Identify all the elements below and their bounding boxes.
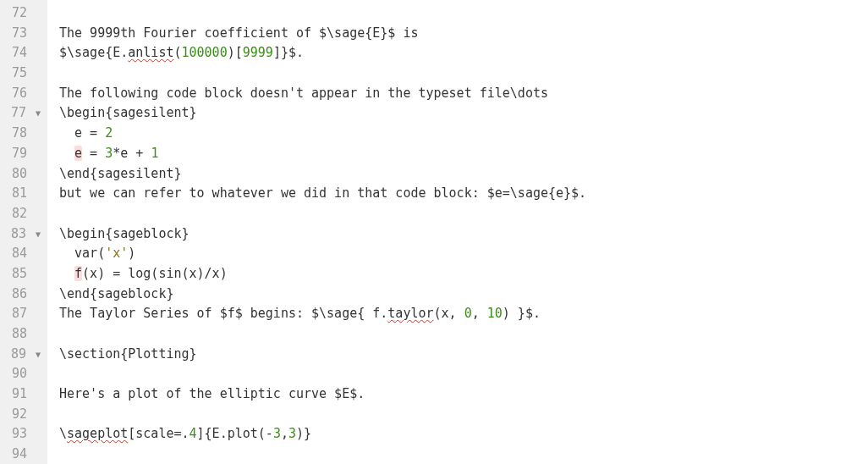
code-line[interactable]: \section{Plotting} — [59, 345, 868, 365]
line-number: 91 — [5, 384, 42, 405]
code-line[interactable]: $\sage{E.anlist(100000)[9999]}$. — [59, 43, 868, 64]
code-line[interactable]: \begin{sagesilent} — [59, 103, 868, 124]
code-line[interactable]: The Taylor Series of $f$ begins: $\sage{… — [59, 304, 868, 324]
code-token: var( — [59, 246, 105, 261]
line-number: 81 — [5, 184, 42, 204]
code-line[interactable]: \end{sagesilent} — [59, 164, 868, 185]
code-token: The following code block doesn't appear … — [59, 86, 548, 101]
line-number: 84 — [5, 244, 42, 264]
code-line[interactable] — [59, 204, 868, 224]
code-token: 'x' — [105, 246, 128, 261]
code-token: 2 — [105, 125, 113, 141]
code-token: Here's a plot of the elliptic curve $E$. — [59, 386, 365, 401]
code-line[interactable] — [59, 324, 868, 345]
line-number: 94 — [5, 445, 42, 464]
line-number: 86 — [5, 284, 42, 305]
code-token: \section{Plotting} — [59, 346, 197, 362]
fold-marker-icon[interactable]: ▼ — [34, 345, 42, 365]
code-line[interactable]: \begin{sageblock} — [59, 224, 868, 245]
code-token: 1 — [151, 146, 158, 161]
fold-marker-icon[interactable]: ▼ — [34, 103, 42, 124]
code-line[interactable] — [59, 64, 868, 84]
code-token: 3 — [273, 426, 281, 441]
code-token: The Taylor Series of $f$ begins: $\sage{… — [59, 306, 387, 321]
line-number: 73 — [5, 24, 42, 44]
code-token: 9999 — [243, 45, 273, 60]
line-number: 76 — [5, 84, 42, 104]
code-token: taylor — [387, 306, 433, 321]
code-token: sageplot — [67, 426, 128, 441]
code-token: ) }$. — [503, 306, 541, 321]
code-token: 10 — [487, 306, 503, 321]
code-line[interactable]: f(x) = log(sin(x)/x) — [59, 264, 868, 284]
code-token: e — [74, 146, 82, 161]
line-number-gutter: 72 73 74 75 76 77 ▼78 79 80 81 82 83 ▼84… — [0, 0, 47, 464]
code-line[interactable] — [59, 445, 868, 464]
line-number: 75 — [5, 64, 42, 84]
code-editor-area[interactable]: The 9999th Fourier coefficient of $\sage… — [47, 0, 868, 464]
line-number: 92 — [5, 405, 42, 425]
code-line[interactable]: but we can refer to whatever we did in t… — [59, 184, 868, 204]
code-token: 100000 — [182, 45, 228, 60]
fold-marker-icon[interactable]: ▼ — [34, 224, 42, 245]
code-line[interactable] — [59, 405, 868, 425]
code-token: The 9999th Fourier coefficient of $\sage… — [59, 25, 418, 41]
code-token: (x, — [434, 306, 464, 321]
line-number: 82 — [5, 204, 42, 224]
line-number: 85 — [5, 264, 42, 284]
code-token: \begin{sagesilent} — [59, 105, 197, 120]
line-number: 74 — [5, 43, 42, 64]
line-number: 72 — [5, 3, 42, 24]
line-number: 88 — [5, 324, 42, 345]
code-line[interactable] — [59, 3, 868, 24]
code-token: = — [82, 146, 105, 161]
code-line[interactable]: The 9999th Fourier coefficient of $\sage… — [59, 24, 868, 44]
code-token: ) — [128, 246, 135, 261]
code-token: , — [472, 306, 487, 321]
code-token: , — [281, 426, 288, 441]
code-token: ]{E.plot(- — [197, 426, 273, 441]
code-token: *e + — [113, 146, 151, 161]
code-token: 3 — [288, 426, 296, 441]
code-token: 3 — [105, 146, 113, 161]
line-number: 77 ▼ — [5, 103, 42, 124]
code-line[interactable]: var('x') — [59, 244, 868, 264]
code-token: \end{sagesilent} — [59, 166, 182, 181]
code-line[interactable]: e = 2 — [59, 124, 868, 144]
code-line[interactable]: \sageplot[scale=.4]{E.plot(-3,3)} — [59, 424, 868, 445]
code-token: \begin{sageblock} — [59, 226, 190, 241]
code-token: e = — [59, 125, 105, 141]
line-number: 87 — [5, 304, 42, 324]
code-line[interactable]: The following code block doesn't appear … — [59, 84, 868, 104]
code-token: \end{sageblock} — [59, 286, 173, 301]
line-number: 83 ▼ — [5, 224, 42, 245]
code-line[interactable]: Here's a plot of the elliptic curve $E$. — [59, 384, 868, 405]
code-line[interactable] — [59, 364, 868, 384]
code-token: ( — [173, 45, 181, 60]
code-token: ]}$. — [273, 45, 304, 60]
line-number: 80 — [5, 164, 42, 185]
line-number: 78 — [5, 124, 42, 144]
code-token: anlist — [128, 45, 173, 60]
code-token: 0 — [464, 306, 472, 321]
code-token: f — [74, 266, 82, 281]
code-token: )[ — [228, 45, 243, 60]
line-number: 79 — [5, 144, 42, 164]
code-token: [scale=. — [128, 426, 189, 441]
code-token: $\sage{E. — [59, 45, 128, 60]
line-number: 89 ▼ — [5, 345, 42, 365]
line-number: 90 — [5, 364, 42, 384]
code-token — [59, 266, 74, 281]
code-token: \ — [59, 426, 67, 441]
code-line[interactable]: \end{sageblock} — [59, 284, 868, 305]
code-token: 4 — [190, 426, 197, 441]
code-token: )} — [296, 426, 311, 441]
code-token: (x) = log(sin(x)/x) — [82, 266, 228, 281]
code-token: but we can refer to whatever we did in t… — [59, 185, 586, 201]
line-number: 93 — [5, 424, 42, 445]
code-token — [59, 146, 74, 161]
code-line[interactable]: e = 3*e + 1 — [59, 144, 868, 164]
